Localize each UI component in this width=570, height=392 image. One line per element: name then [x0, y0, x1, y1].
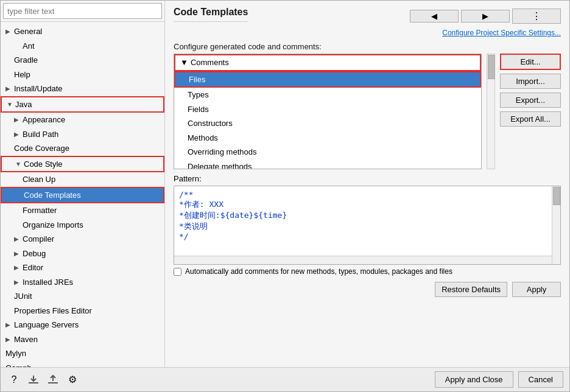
tree-item-label-maven: Maven — [14, 334, 38, 346]
forward-button[interactable]: ▶ — [461, 10, 510, 23]
arrow-appearance: ▶ — [14, 115, 20, 124]
tree-item-label-properties-files-editor: Properties Files Editor — [14, 305, 92, 317]
tree-item-label-oomph: Oomph — [5, 362, 32, 368]
tree-item-label-help: Help — [14, 69, 30, 81]
auto-comment-checkbox[interactable] — [174, 268, 181, 276]
preferences-dialog: ▶ General Ant Gradle Help ▶ Install/Upda… — [0, 0, 570, 392]
pattern-box: /** *作者: XXX *创建时间:${date}${time} *类说明 *… — [174, 186, 561, 265]
tree-item-label-code-style: Code Style — [24, 158, 63, 170]
tree-item-help[interactable]: Help — [1, 68, 164, 82]
pattern-section: Pattern: /** *作者: XXX *创建时间:${date}${tim… — [174, 174, 561, 265]
tree-item-label-installed-jres: Installed JREs — [23, 276, 73, 289]
tree-item-code-templates[interactable]: Code Templates — [1, 187, 164, 204]
tree-item-label-editor: Editor — [23, 262, 43, 274]
dialog-footer: ? ⚙ Apply and Close Cancel — [1, 367, 569, 391]
tree-item-editor[interactable]: ▶ Editor — [1, 261, 164, 275]
tree-item-label-appearance: Appearance — [23, 114, 65, 126]
tree-item-label-gradle: Gradle — [14, 54, 38, 66]
tree-item-maven[interactable]: ▶ Maven — [1, 332, 164, 347]
export-preferences-icon[interactable] — [46, 373, 60, 387]
template-tree: ▼ Comments Files Types Fields Constructo… — [174, 54, 482, 169]
tree-item-formatter[interactable]: Formatter — [1, 203, 164, 218]
tree-item-label-junit: JUnit — [14, 290, 32, 303]
export-all-button[interactable]: Export All... — [500, 111, 561, 127]
pattern-scrollbar-thumb[interactable] — [553, 187, 560, 205]
tree-item-oomph[interactable]: Oomph — [1, 361, 164, 368]
template-tree-methods[interactable]: Methods — [174, 131, 481, 145]
tree-item-mylyn[interactable]: Mylyn — [1, 346, 164, 361]
template-tree-fields[interactable]: Fields — [174, 102, 481, 117]
tree-item-install-update[interactable]: ▶ Install/Update — [1, 82, 164, 96]
tree-item-debug[interactable]: ▶ Debug — [1, 247, 164, 261]
template-tree-overriding[interactable]: Overriding methods — [174, 145, 481, 159]
tree-item-ant[interactable]: Ant — [1, 39, 164, 54]
template-tree-label-fields: Fields — [188, 103, 209, 116]
import-preferences-icon[interactable] — [26, 373, 41, 387]
template-tree-delegate[interactable]: Delegate methods — [174, 159, 481, 170]
template-tree-label-comments: Comments — [191, 57, 229, 69]
pattern-hscrollbar[interactable] — [174, 256, 552, 264]
edit-button[interactable]: Edit... — [500, 54, 561, 70]
tree-item-gradle[interactable]: Gradle — [1, 53, 164, 68]
tree-item-organize-imports[interactable]: Organize Imports — [1, 218, 164, 233]
template-tree-label-files: Files — [189, 74, 205, 86]
template-tree-scrollbar[interactable] — [487, 54, 495, 169]
apply-button[interactable]: Apply — [512, 282, 561, 297]
tree-item-build-path[interactable]: ▶ Build Path — [1, 127, 164, 142]
tree-item-code-coverage[interactable]: Code Coverage — [1, 141, 164, 156]
scrollbar-thumb[interactable] — [488, 55, 495, 79]
back-button[interactable]: ◀ — [410, 10, 459, 23]
arrow-debug: ▶ — [14, 249, 20, 258]
template-tree-label-delegate: Delegate methods — [188, 161, 252, 170]
help-icon[interactable]: ? — [7, 373, 21, 387]
template-buttons: Edit... Import... Export... Export All..… — [500, 54, 561, 169]
tree-item-junit[interactable]: JUnit — [1, 289, 164, 304]
tree-item-language-servers[interactable]: ▶ Language Servers — [1, 318, 164, 332]
footer-icons: ? ⚙ — [7, 373, 435, 387]
arrow-language-servers: ▶ — [5, 320, 12, 329]
right-panel: Code Templates ◀ ▶ ⋮ Configure Project S… — [165, 1, 569, 367]
search-input[interactable] — [3, 3, 162, 19]
restore-defaults-button[interactable]: Restore Defaults — [435, 282, 507, 297]
tree-item-label-compiler: Compiler — [23, 233, 54, 245]
arrow-code-style: ▼ — [15, 159, 21, 169]
template-tree-files[interactable]: Files — [174, 71, 481, 88]
tree-item-label-debug: Debug — [23, 248, 46, 260]
pattern-content: /** *作者: XXX *创建时间:${date}${time} *类说明 *… — [174, 186, 552, 264]
tree-item-label-build-path: Build Path — [23, 128, 58, 141]
more-button[interactable]: ⋮ — [512, 9, 561, 24]
cancel-button[interactable]: Cancel — [518, 371, 563, 388]
tree-item-installed-jres[interactable]: ▶ Installed JREs — [1, 275, 164, 290]
tree-item-general[interactable]: ▶ General — [1, 24, 164, 39]
tree-item-clean-up[interactable]: Clean Up — [1, 172, 164, 187]
tree-item-compiler[interactable]: ▶ Compiler — [1, 232, 164, 247]
left-panel: ▶ General Ant Gradle Help ▶ Install/Upda… — [1, 1, 165, 367]
pattern-vscrollbar[interactable] — [552, 186, 560, 264]
arrow-maven: ▶ — [5, 335, 12, 344]
export-button[interactable]: Export... — [500, 93, 561, 108]
tree-item-java[interactable]: ▼ Java — [1, 96, 164, 113]
template-tree-comments[interactable]: ▼ Comments — [174, 54, 481, 71]
configure-project-link[interactable]: Configure Project Specific Settings... — [442, 29, 561, 37]
tree-item-code-style[interactable]: ▼ Code Style — [1, 156, 164, 173]
arrow-install: ▶ — [5, 84, 12, 93]
svg-rect-1 — [48, 382, 58, 383]
tree-item-appearance[interactable]: ▶ Appearance — [1, 113, 164, 127]
template-tree-types[interactable]: Types — [174, 88, 481, 102]
arrow-java: ▼ — [7, 100, 13, 109]
tree-item-properties-files-editor[interactable]: Properties Files Editor — [1, 304, 164, 318]
tree-item-label-general: General — [14, 26, 42, 38]
tree-item-label-language-servers: Language Servers — [14, 319, 79, 331]
auto-comment-label: Automatically add comments for new metho… — [185, 267, 452, 276]
tree-item-label-ant: Ant — [23, 40, 35, 52]
panel-title: Code Templates — [174, 7, 248, 22]
apply-close-button[interactable]: Apply and Close — [435, 371, 513, 388]
section-label: Configure generated code and comments: — [174, 42, 561, 51]
import-button[interactable]: Import... — [500, 74, 561, 89]
bottom-buttons-row: Restore Defaults Apply — [174, 282, 561, 297]
tree-item-label-formatter: Formatter — [23, 205, 57, 217]
template-tree-constructors[interactable]: Constructors — [174, 116, 481, 131]
arrow-editor: ▶ — [14, 263, 20, 272]
arrow-comments: ▼ — [180, 57, 188, 69]
preferences-icon[interactable]: ⚙ — [65, 373, 80, 387]
